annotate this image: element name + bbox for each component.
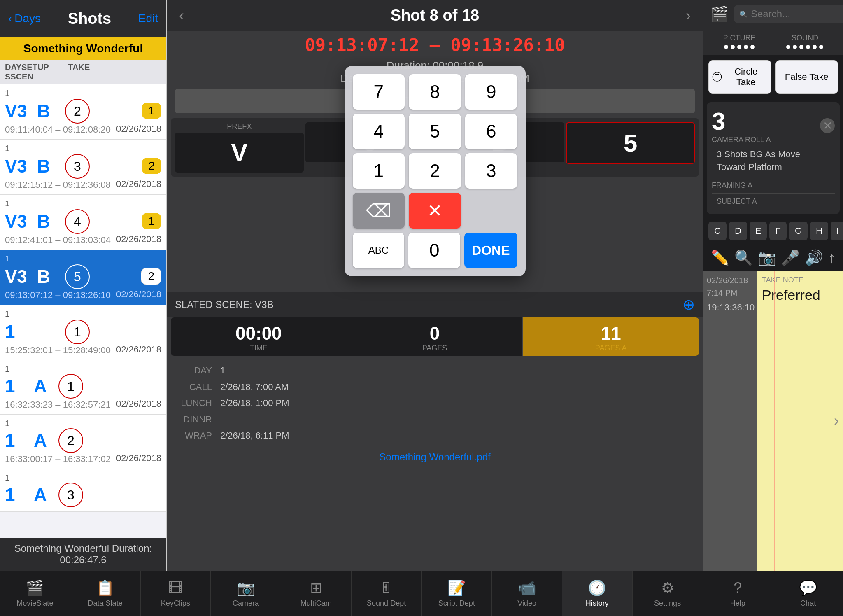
slated-scene-label: SLATED SCENE: V3B — [175, 299, 274, 310]
letter-btn-h[interactable]: H — [810, 222, 828, 240]
timecode-row: 09:13:07:12 — 09:13:26:10 — [167, 31, 703, 59]
add-scene-button[interactable]: ⊕ — [682, 296, 695, 313]
clapperboard-icon[interactable]: 🎬 — [710, 5, 729, 23]
sound-section: SOUND — [786, 34, 823, 49]
take-note-content[interactable]: Preferred — [762, 287, 838, 303]
shot-date: 02/26/2018 — [116, 344, 161, 356]
list-item[interactable]: 1 1 A 1 16:32:33:23 – 16:32:57:21 02/26/… — [0, 360, 166, 415]
schedule-call-val: 2/26/18, 7:00 AM — [220, 379, 289, 395]
letter-btn-g[interactable]: G — [789, 222, 808, 240]
pdf-link[interactable]: Something Wonderful.pdf — [179, 448, 691, 466]
picker-btn-5[interactable]: 5 — [409, 114, 461, 149]
picker-done-button[interactable]: DONE — [464, 233, 517, 268]
shot-day: 1 — [5, 364, 161, 374]
tab-sounddept[interactable]: 🎚 Sound Dept — [352, 571, 422, 616]
list-item[interactable]: 1 V3 B 5 2 09:13:07:12 – 09:13:26:10 02/… — [0, 250, 166, 305]
circle-take-button[interactable]: Ⓣ Circle Take — [708, 60, 771, 94]
slated-bar: SLATED SCENE: V3B ⊕ — [167, 292, 703, 317]
picker-btn-8[interactable]: 8 — [409, 74, 461, 110]
list-item[interactable]: 1 V3 B 4 1 09:12:41:01 – 09:13:03:04 02/… — [0, 195, 166, 250]
schedule-day-key: DAY — [179, 362, 212, 379]
edit-icon[interactable]: ✏️ — [711, 249, 729, 266]
scriptdept-icon: 📝 — [447, 579, 466, 597]
close-camera-roll-button[interactable]: ✕ — [820, 118, 835, 133]
picker-btn-3[interactable]: 3 — [465, 153, 517, 189]
col-day: DAYSSCEN — [5, 63, 21, 82]
tab-video[interactable]: 📹 Video — [492, 571, 562, 616]
shot-time: 15:25:32:01 – 15:28:49:00 — [5, 345, 111, 356]
picker-abc-button[interactable]: ABC — [353, 233, 405, 268]
shot-scene: V3 — [5, 101, 34, 121]
tab-chat[interactable]: 💬 Chat — [773, 571, 843, 616]
share-icon[interactable]: ↑ — [828, 249, 836, 266]
letter-btn-e[interactable]: E — [750, 222, 767, 240]
picker-btn-2[interactable]: 2 — [409, 153, 461, 189]
list-item[interactable]: 1 V3 B 2 1 09:11:40:04 – 09:12:08:20 02/… — [0, 84, 166, 140]
search-input[interactable] — [751, 8, 843, 20]
tab-video-label: Video — [517, 599, 536, 608]
picker-btn-1[interactable]: 1 — [353, 153, 405, 189]
keyclips-icon: 🎞 — [168, 579, 183, 597]
picker-btn-7[interactable]: 7 — [353, 74, 405, 110]
picker-zero-button[interactable]: 0 — [408, 233, 460, 268]
slate-take-value[interactable]: 5 — [566, 122, 695, 164]
page-title: Shots — [68, 10, 112, 28]
schedule-wrap-key: WRAP — [179, 427, 212, 444]
movieslate-icon: 🎬 — [26, 579, 44, 597]
list-item[interactable]: 1 V3 B 3 2 09:12:15:12 – 09:12:36:08 02/… — [0, 140, 166, 195]
subject-label: SUBJECT A — [717, 197, 830, 206]
tab-camera[interactable]: 📷 Camera — [211, 571, 281, 616]
timer-pages-a-cell: 11 PAGES A — [523, 317, 699, 356]
expand-arrow[interactable]: › — [834, 412, 839, 429]
letter-btn-i[interactable]: I — [831, 222, 843, 240]
letter-btn-c[interactable]: C — [708, 222, 727, 240]
tab-settings[interactable]: ⚙ Settings — [633, 571, 703, 616]
picker-close-button[interactable]: ✕ — [409, 193, 461, 229]
tab-multicam[interactable]: ⊞ MultiCam — [281, 571, 352, 616]
bottom-section: 02/26/20187:14 PM 19:13:36:10 TAKE NOTE … — [703, 271, 843, 571]
schedule-dinnr-key: DINNR — [179, 411, 212, 428]
tab-scriptdept-label: Script Dept — [438, 599, 475, 608]
letter-btn-f[interactable]: F — [769, 222, 786, 240]
shot-time: 09:11:40:04 – 09:12:08:20 — [5, 124, 111, 135]
take-circle: 1 — [65, 320, 90, 344]
circle-take-icon: Ⓣ — [712, 70, 722, 84]
column-headers: DAYSSCEN SETUP TAKE — [0, 60, 166, 84]
tab-keyclips[interactable]: 🎞 KeyClips — [141, 571, 211, 616]
tab-history[interactable]: 🕐 History — [562, 571, 633, 616]
camera-icon[interactable]: 📷 — [758, 249, 776, 266]
sounddept-icon: 🎚 — [379, 579, 394, 597]
prev-shot-button[interactable]: ‹ — [179, 7, 184, 24]
camera-roll-section: 3 CAMERA ROLL A ✕ 3 Shots BG As Move Tow… — [707, 102, 840, 214]
list-item[interactable]: 1 1 A 2 16:33:00:17 – 16:33:17:02 02/26/… — [0, 415, 166, 469]
edit-button[interactable]: Edit — [138, 12, 158, 25]
tab-movieslate[interactable]: 🎬 MovieSlate — [0, 571, 70, 616]
tab-scriptdept[interactable]: 📝 Script Dept — [422, 571, 492, 616]
picker-btn-9[interactable]: 9 — [465, 74, 517, 110]
multicam-icon: ⊞ — [310, 579, 322, 597]
slate-prefix-value[interactable]: V — [175, 133, 304, 173]
magnify-icon[interactable]: 🔍 — [734, 249, 753, 266]
shot-date: 02/26/2018 — [116, 234, 161, 245]
speaker-icon[interactable]: 🔊 — [805, 249, 823, 266]
sound-dot — [819, 45, 823, 49]
list-item[interactable]: 1 1 A 3 — [0, 469, 166, 512]
picker-btn-4[interactable]: 4 — [353, 114, 405, 149]
next-shot-button[interactable]: › — [686, 7, 691, 24]
back-label[interactable]: Days — [14, 12, 41, 25]
picker-backspace-button[interactable]: ⌫ — [353, 193, 405, 229]
mic-icon[interactable]: 🎤 — [781, 249, 800, 266]
take-circle: 3 — [65, 154, 90, 179]
false-take-button[interactable]: False Take — [775, 60, 838, 94]
tab-help[interactable]: ? Help — [703, 571, 773, 616]
take-circle: 4 — [65, 209, 90, 234]
framing-label: FRAMING A — [712, 181, 835, 190]
tab-history-label: History — [586, 599, 609, 608]
tab-dataslate[interactable]: 📋 Data Slate — [70, 571, 141, 616]
back-button[interactable]: ‹ Days — [8, 12, 41, 25]
shot-date: 02/26/2018 — [116, 399, 161, 410]
picker-btn-6[interactable]: 6 — [465, 114, 517, 149]
list-item[interactable]: 1 1 1 15:25:32:01 – 15:28:49:00 02/26/20… — [0, 305, 166, 360]
tab-settings-label: Settings — [654, 599, 681, 608]
letter-btn-d[interactable]: D — [729, 222, 747, 240]
